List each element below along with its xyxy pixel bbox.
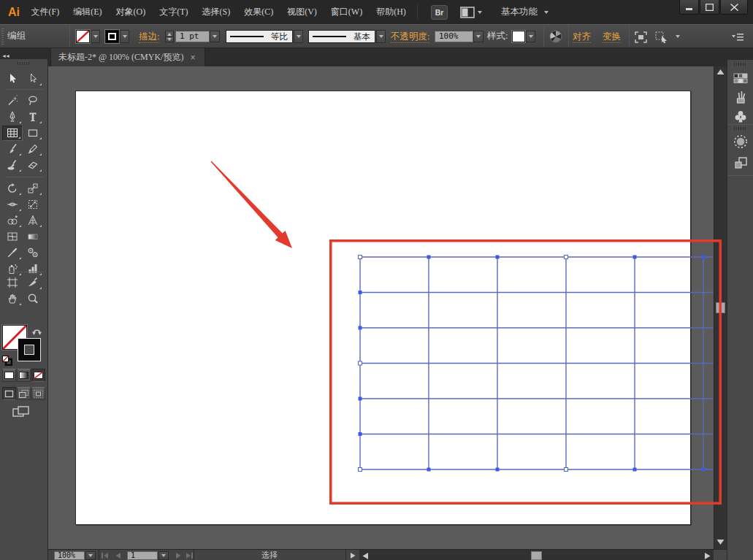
fill-color-swatch[interactable] <box>76 30 90 43</box>
none-button[interactable] <box>31 369 45 382</box>
tab-close-icon[interactable]: × <box>190 54 195 61</box>
perspective-grid-tool[interactable] <box>23 213 43 229</box>
default-fill-stroke-icon[interactable] <box>2 356 12 369</box>
scroll-down-icon[interactable] <box>716 539 725 545</box>
fill-color-arrow[interactable] <box>91 30 100 43</box>
width-tool[interactable] <box>2 197 23 212</box>
horizontal-scrollbar[interactable] <box>359 550 714 560</box>
style-swatch[interactable] <box>512 31 525 42</box>
magic-wand-tool[interactable] <box>2 93 23 109</box>
isolate-selected-object-icon[interactable] <box>635 31 647 46</box>
direct-selection-tool[interactable] <box>23 72 43 87</box>
previous-page-icon[interactable] <box>113 551 122 560</box>
arrange-documents-icon[interactable] <box>460 7 475 18</box>
stroke-weight-field[interactable]: 1 pt <box>175 31 210 42</box>
next-page-icon[interactable] <box>174 551 183 560</box>
select-similar-arrow[interactable] <box>676 35 680 38</box>
stroke-color-arrow[interactable] <box>120 30 129 43</box>
brush-definition-combo[interactable]: 基本 <box>308 30 375 43</box>
draw-inside-button[interactable] <box>31 387 45 400</box>
vertical-scrollbar[interactable] <box>714 66 727 549</box>
menu-item-6[interactable]: 效果(C) <box>237 0 280 24</box>
dock-grip[interactable] <box>734 63 747 66</box>
last-page-icon[interactable] <box>185 551 194 560</box>
minimize-button[interactable] <box>679 0 699 15</box>
paintbrush-tool[interactable] <box>2 142 23 157</box>
width-profile-arrow[interactable] <box>294 30 303 43</box>
artboard-tool[interactable] <box>2 275 23 291</box>
tools-panel-grip[interactable] <box>18 62 31 65</box>
rectangular-grid-tool[interactable] <box>2 126 23 141</box>
opacity-panel-link[interactable]: 不透明度: <box>391 31 429 43</box>
type-tool[interactable] <box>23 110 43 125</box>
rotate-tool[interactable] <box>2 181 23 196</box>
close-button[interactable] <box>720 0 748 15</box>
stepper-down-icon[interactable] <box>165 37 174 42</box>
bridge-button[interactable]: Br <box>431 5 448 20</box>
width-profile-combo[interactable]: 等比 <box>226 30 293 43</box>
screen-mode-button[interactable] <box>7 404 35 419</box>
eraser-tool[interactable] <box>23 158 43 173</box>
scroll-up-icon[interactable] <box>716 69 725 75</box>
zoom-tool[interactable] <box>23 291 43 307</box>
vertical-scroll-thumb[interactable] <box>716 302 725 313</box>
menu-item-9[interactable]: 帮助(H) <box>370 0 413 24</box>
symbol-sprayer-tool[interactable] <box>2 261 23 277</box>
align-panel-link[interactable]: 对齐 <box>573 31 591 43</box>
pen-tool[interactable] <box>2 110 23 125</box>
opacity-field[interactable]: 100% <box>435 31 473 42</box>
brushes-panel-icon[interactable] <box>730 88 751 107</box>
stroke-weight-arrow[interactable] <box>210 31 220 42</box>
recolor-artwork-icon[interactable] <box>549 30 562 46</box>
mesh-tool[interactable] <box>2 229 23 245</box>
opacity-arrow[interactable] <box>473 31 483 42</box>
zoom-level-arrow[interactable] <box>85 551 96 560</box>
canvas-viewport[interactable] <box>48 66 714 549</box>
scroll-right-icon[interactable] <box>703 551 712 560</box>
control-bar-grip[interactable] <box>1 28 4 45</box>
brush-definition-arrow[interactable] <box>376 30 386 43</box>
zoom-level-field[interactable]: 100% <box>54 551 85 560</box>
color-button[interactable] <box>2 369 16 382</box>
stroke-panel-link[interactable]: 描边: <box>139 31 159 43</box>
stepper-up-icon[interactable] <box>165 31 174 37</box>
blob-brush-tool[interactable] <box>2 158 23 173</box>
selected-grid-object[interactable] <box>48 66 714 549</box>
maximize-button[interactable] <box>700 0 719 15</box>
menu-item-4[interactable]: 文字(T) <box>153 0 195 24</box>
draw-normal-button[interactable] <box>2 387 16 400</box>
collapse-left-dock-icon[interactable]: ◄◄ <box>1 53 9 59</box>
hand-tool[interactable] <box>2 291 23 307</box>
horizontal-scroll-thumb[interactable] <box>531 551 542 560</box>
workspace-switcher[interactable]: 基本功能 <box>501 0 548 24</box>
menu-item-5[interactable]: 选择(S) <box>195 0 237 24</box>
control-panel-menu-icon[interactable] <box>732 32 744 45</box>
menu-item-1[interactable]: 文件(F) <box>24 0 66 24</box>
layers-panel-icon[interactable] <box>730 153 751 172</box>
dock-grip[interactable] <box>734 127 747 130</box>
status-menu-icon[interactable] <box>348 551 357 560</box>
pencil-tool[interactable] <box>23 142 43 157</box>
document-tab[interactable]: 未标题-2* @ 100% (CMYK/预览) × <box>50 48 205 66</box>
stroke-proxy-swatch[interactable] <box>18 339 40 361</box>
blend-tool[interactable] <box>23 245 43 261</box>
scale-tool[interactable] <box>23 181 43 196</box>
menu-item-8[interactable]: 窗口(W) <box>324 0 369 24</box>
symbols-panel-icon[interactable] <box>730 107 751 126</box>
gradient-button[interactable] <box>17 369 31 382</box>
stroke-color-swatch[interactable] <box>105 30 119 43</box>
rectangle-tool[interactable] <box>23 126 43 141</box>
draw-behind-button[interactable] <box>17 387 31 400</box>
first-page-icon[interactable] <box>101 551 110 560</box>
menu-item-7[interactable]: 视图(V) <box>280 0 324 24</box>
eyedropper-tool[interactable] <box>2 245 23 261</box>
lasso-tool[interactable] <box>23 93 43 109</box>
swap-fill-stroke-icon[interactable] <box>31 326 42 339</box>
slice-tool[interactable] <box>23 275 43 291</box>
arrange-documents-arrow[interactable] <box>478 11 482 14</box>
style-arrow[interactable] <box>526 31 535 42</box>
column-graph-tool[interactable] <box>23 261 43 277</box>
page-number-arrow[interactable] <box>158 551 169 560</box>
shape-builder-tool[interactable] <box>2 213 23 229</box>
free-transform-tool[interactable] <box>23 197 43 212</box>
